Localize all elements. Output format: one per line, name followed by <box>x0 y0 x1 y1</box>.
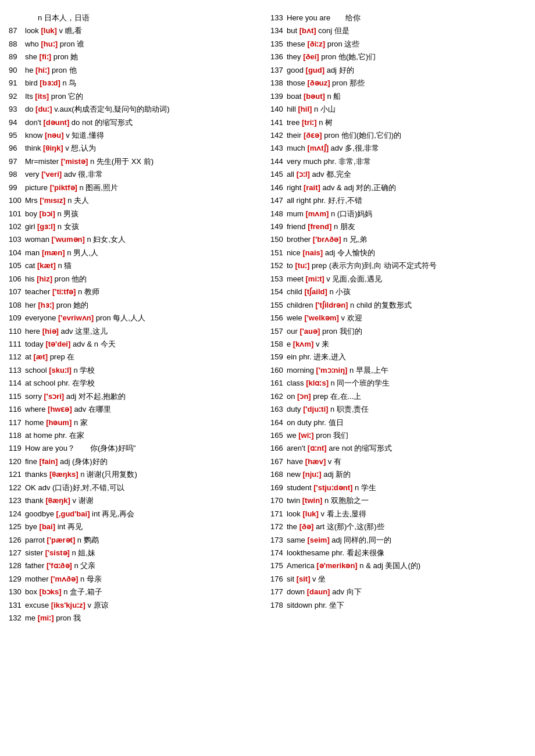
list-item: 136they [ðei] pron 他(她,它)们 <box>270 51 526 63</box>
entry-phonetic: [klɑːs] <box>306 379 329 387</box>
entry-word: down <box>287 587 305 596</box>
entry-pos: adj <box>60 457 70 466</box>
entry-meaning: 给你 <box>345 13 361 22</box>
entry-word: she <box>25 52 37 61</box>
list-item: 117home [həum] n 家 <box>9 416 265 429</box>
entry-num: 116 <box>9 403 25 415</box>
entry-phonetic: [triː] <box>302 118 317 127</box>
entry-meaning: 非常,非常 <box>338 157 371 166</box>
entry-num: 159 <box>270 351 287 363</box>
entry-pos: v <box>72 496 76 505</box>
entry-num: 98 <box>9 168 25 180</box>
list-item: 163duty ['djuːti] n 职责,责任 <box>270 403 526 415</box>
entry-phonetic: [njuː] <box>302 470 321 479</box>
entry-num: 126 <box>9 534 25 546</box>
list-item: 111today [tə'dei] adv & n 今天 <box>9 338 265 350</box>
entry-pos: n <box>58 261 62 270</box>
entry-meaning: 鹦鹉 <box>84 536 99 544</box>
entry-pos: v <box>88 601 92 609</box>
list-item: 169student ['stjuːdənt] n 学生 <box>270 482 526 494</box>
list-item: 112at [æt] prep 在 <box>9 351 265 363</box>
entry-phonetic: [fiː] <box>40 52 52 61</box>
list-item: 140hill [hil] n 小山 <box>270 103 526 115</box>
entry-meaning: 新的 <box>336 470 351 479</box>
entry-num: 177 <box>270 586 287 598</box>
entry-pos: adv <box>74 405 86 413</box>
entry-meaning: 妇女,女人 <box>93 235 126 244</box>
entry-meaning: 男孩 <box>63 209 79 218</box>
list-item: 110here [hiə] adv 这里,这儿 <box>9 325 265 337</box>
entry-phonetic: ['veri] <box>41 170 62 179</box>
entry-num: 106 <box>9 273 25 285</box>
list-item: 91bird [bɜːd] n 鸟 <box>9 77 265 89</box>
entry-word: excuse <box>25 601 49 609</box>
entry-phonetic: [ðə] <box>299 522 314 531</box>
entry-phonetic: [hil] <box>298 105 312 113</box>
entry-num: 148 <box>270 208 287 220</box>
list-item: 164on duty phr. 值日 <box>270 416 526 429</box>
entry-num: 168 <box>270 468 287 480</box>
list-item: 121thanks [θæŋks] n 谢谢(只用复数) <box>9 468 265 480</box>
entry-num: 100 <box>9 194 25 206</box>
entry-phonetic: [luk] <box>302 509 318 518</box>
entry-phonetic: [ðɛə] <box>304 131 322 140</box>
entry-phonetic: [hiz] <box>37 274 52 283</box>
list-item: 156wele ['welkəm] v 欢迎 <box>270 312 526 324</box>
entry-pos: v <box>341 313 345 322</box>
entry-word: How are you？ <box>25 444 75 452</box>
list-item: 119How are you？ 你(身体)好吗" <box>9 442 265 454</box>
entry-meaning: 每人,人人 <box>113 313 145 322</box>
entry-phonetic: [ɔːl] <box>297 170 310 179</box>
entry-word: they <box>287 52 301 61</box>
entry-word: our <box>287 327 298 336</box>
entry-pos: adv & adj <box>322 183 354 192</box>
entry-num: 143 <box>270 142 287 154</box>
entry-word: thank <box>25 496 44 505</box>
entry-num: 136 <box>270 51 287 63</box>
entry-num: 139 <box>270 90 287 102</box>
entry-meaning: 先生(用于 XX 前) <box>97 157 154 166</box>
entry-word: class <box>287 379 304 387</box>
entry-phonetic: [ðəuz] <box>307 79 330 87</box>
entry-num: 123 <box>9 494 25 507</box>
entry-word: here <box>25 327 40 336</box>
entry-pos: pron <box>321 52 336 61</box>
list-item: 162on [ɔn] prep 在,在...上 <box>270 390 526 402</box>
entry-pos: n <box>355 483 359 492</box>
entry-num: 103 <box>9 233 25 245</box>
entry-word: mother <box>25 575 48 583</box>
entry-pos: v <box>316 340 320 348</box>
entry-phonetic: [həum] <box>46 418 72 427</box>
entry-word: thanks <box>25 470 47 479</box>
entry-word: goodbye <box>25 509 54 518</box>
entry-num: 157 <box>270 325 287 337</box>
entry-phonetic: [,gud'bai] <box>56 509 90 518</box>
entry-meaning: 学校 <box>80 366 95 375</box>
entry-pos: adv <box>312 170 324 179</box>
entry-num: 169 <box>270 482 287 494</box>
entry-num: 118 <box>9 429 25 441</box>
entry-pos: pron <box>96 313 111 322</box>
entry-pos: v <box>321 509 325 518</box>
list-item: 101boy [bɔi] n 男孩 <box>9 208 265 220</box>
entry-num: 140 <box>270 103 287 115</box>
entry-phonetic: [tuː] <box>295 261 309 270</box>
list-item: 150brother ['brʌðə] n 兄,弟 <box>270 233 526 245</box>
entry-num: 170 <box>270 494 287 507</box>
entry-pos: prep <box>313 392 328 401</box>
entry-meaning: (身体)好的 <box>72 457 108 466</box>
entry-num: 135 <box>270 38 287 50</box>
entry-meaning: 再见,再会 <box>102 509 134 518</box>
entry-num: 155 <box>270 299 287 311</box>
entry-pos: adj <box>323 470 333 479</box>
list-item: 167have [hæv] v 有 <box>270 455 526 468</box>
entry-meaning: 谢谢 <box>79 496 94 505</box>
entry-word: sit <box>287 575 294 583</box>
entry-pos: v <box>328 457 332 466</box>
entry-word: cat <box>25 261 35 270</box>
entry-phonetic: ['brʌðə] <box>313 235 341 244</box>
list-item: 132me [miː] pron 我 <box>9 612 265 624</box>
entry-num: 92 <box>9 90 25 102</box>
list-item: 126parrot ['pærət] n 鹦鹉 <box>9 534 265 546</box>
entry-phonetic: [rait] <box>304 183 320 192</box>
